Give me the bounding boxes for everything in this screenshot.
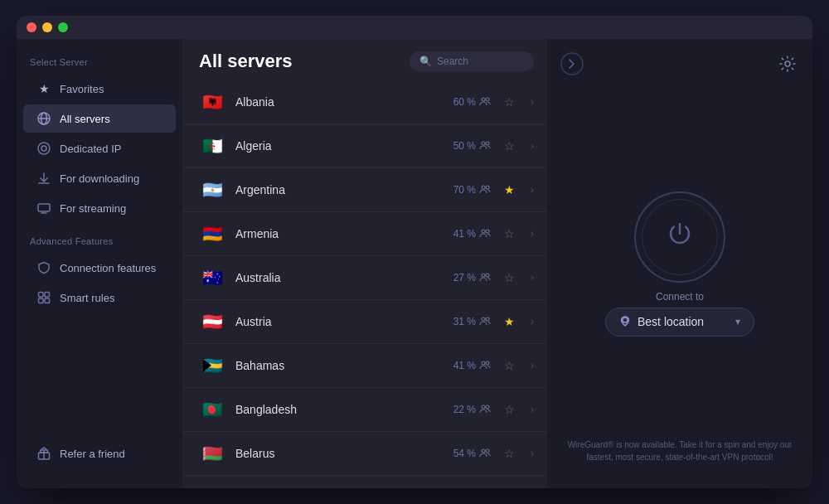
server-list-panel: All servers 🔍 🇦🇱 Albania 60 % — [182, 39, 547, 488]
server-row[interactable]: 🇧🇾 Belarus 54 % ☆ › — [182, 432, 547, 476]
favorite-star[interactable]: ★ — [501, 182, 517, 198]
country-name: Armenia — [235, 227, 444, 240]
sidebar-item-label: Refer a friend — [60, 448, 125, 460]
sidebar-item-dedicated-ip[interactable]: Dedicated IP — [23, 134, 176, 162]
favorite-star[interactable]: ☆ — [501, 225, 517, 242]
chevron-right-icon: › — [531, 184, 534, 196]
svg-rect-6 — [39, 293, 44, 298]
sidebar-item-label: For streaming — [60, 202, 126, 215]
sidebar-item-label: Smart rules — [60, 292, 114, 304]
svg-rect-7 — [45, 293, 50, 298]
right-panel: Connect to Best location ▾ WireGuard® is… — [547, 39, 812, 488]
users-icon — [479, 140, 491, 152]
flag-icon: 🇦🇱 — [199, 89, 225, 115]
server-load: 70 % — [453, 184, 491, 196]
location-selector[interactable]: Best location ▾ — [605, 308, 754, 337]
server-load: 60 % — [453, 96, 491, 108]
load-value: 41 % — [453, 360, 476, 371]
app-window: Select Server ★ Favorites All servers — [17, 16, 812, 488]
server-row[interactable]: 🇧🇸 Bahamas 41 % ☆ › — [182, 344, 547, 388]
title-bar — [17, 16, 812, 39]
streaming-icon — [36, 201, 51, 216]
sidebar-item-refer-friend[interactable]: Refer a friend — [23, 439, 176, 468]
svg-point-4 — [41, 146, 46, 151]
flag-icon: 🇧🇾 — [199, 440, 225, 467]
svg-point-13 — [486, 98, 489, 101]
location-selector-left: Best location — [619, 315, 704, 329]
users-icon — [479, 448, 491, 459]
sidebar-item-smart-rules[interactable]: Smart rules — [23, 284, 176, 312]
country-name: Austria — [235, 315, 444, 328]
close-button[interactable] — [27, 22, 36, 32]
flag-icon: 🇦🇹 — [199, 308, 225, 335]
search-input[interactable] — [437, 56, 524, 67]
sidebar-item-label: Dedicated IP — [60, 143, 121, 155]
svg-point-3 — [38, 143, 50, 154]
country-name: Australia — [235, 271, 444, 284]
sidebar-item-favorites[interactable]: ★ Favorites — [23, 75, 176, 103]
server-row[interactable]: 🇦🇲 Armenia 41 % ☆ › — [182, 212, 547, 256]
server-row[interactable]: 🇦🇷 Argentina 70 % ★ › — [182, 168, 547, 212]
sidebar: Select Server ★ Favorites All servers — [17, 39, 182, 488]
sidebar-item-all-servers[interactable]: All servers — [23, 104, 176, 133]
users-icon — [479, 96, 491, 108]
location-pin-icon — [619, 315, 631, 329]
server-row[interactable]: 🇦🇹 Austria 31 % ★ › — [182, 300, 547, 344]
favorite-star[interactable]: ☆ — [501, 269, 517, 286]
favorite-star[interactable]: ☆ — [501, 357, 517, 374]
flag-icon: 🇦🇺 — [199, 264, 225, 291]
sidebar-item-connection-features[interactable]: Connection features — [23, 254, 176, 282]
settings-icon[interactable] — [774, 51, 801, 77]
svg-point-19 — [486, 230, 489, 233]
smart-rules-icon — [36, 290, 51, 305]
server-list-title: All servers — [199, 51, 400, 72]
sidebar-item-label: Connection features — [60, 262, 156, 274]
minimize-button[interactable] — [42, 22, 52, 32]
sidebar-item-label: All servers — [60, 113, 110, 125]
chevron-right-icon: › — [531, 316, 534, 327]
server-load: 31 % — [453, 316, 491, 327]
svg-point-18 — [482, 230, 485, 233]
downloading-icon — [36, 171, 51, 186]
favorite-star[interactable]: ☆ — [501, 445, 517, 462]
wireguard-notice: WireGuard® is now available. Take it for… — [547, 439, 812, 463]
favorite-star[interactable]: ★ — [501, 313, 517, 330]
svg-point-17 — [486, 186, 489, 189]
load-value: 60 % — [453, 96, 476, 108]
server-list: 🇦🇱 Albania 60 % ☆ › 🇩🇿 Algeria 5 — [182, 80, 547, 488]
top-right-icons — [774, 51, 801, 77]
flag-icon: 🇧🇩 — [199, 396, 225, 423]
maximize-button[interactable] — [58, 22, 68, 32]
sidebar-item-for-streaming[interactable]: For streaming — [23, 194, 176, 222]
chevron-right-icon: › — [531, 228, 534, 240]
svg-rect-8 — [39, 298, 44, 303]
server-row[interactable]: 🇩🇿 Algeria 50 % ☆ › — [182, 124, 547, 168]
users-icon — [479, 184, 491, 196]
country-name: Argentina — [235, 183, 444, 196]
svg-point-29 — [486, 449, 489, 453]
power-ring[interactable] — [634, 191, 725, 283]
favorite-star[interactable]: ☆ — [501, 138, 517, 154]
users-icon — [479, 228, 491, 240]
svg-point-31 — [785, 61, 790, 66]
flag-icon: 🇧🇸 — [199, 352, 225, 379]
power-button-wrap — [634, 191, 725, 283]
server-load: 27 % — [453, 272, 491, 284]
server-load: 22 % — [453, 404, 491, 415]
country-name: Algeria — [235, 139, 444, 153]
sidebar-item-for-downloading[interactable]: For downloading — [23, 164, 176, 192]
svg-point-16 — [482, 186, 485, 189]
load-value: 27 % — [453, 272, 476, 284]
favorite-star[interactable]: ☆ — [501, 94, 517, 110]
server-row[interactable]: 🇧🇩 Bangladesh 22 % ☆ › — [182, 388, 547, 432]
favorite-star[interactable]: ☆ — [501, 401, 517, 418]
svg-rect-9 — [45, 298, 50, 303]
arrow-right-icon[interactable] — [559, 51, 585, 77]
server-load: 41 % — [453, 360, 491, 371]
power-icon[interactable] — [665, 219, 695, 254]
users-icon — [479, 272, 491, 284]
users-icon — [479, 360, 491, 371]
server-row[interactable]: 🇦🇱 Albania 60 % ☆ › — [182, 80, 547, 124]
server-row[interactable]: 🇦🇺 Australia 27 % ☆ › — [182, 256, 547, 300]
search-box[interactable]: 🔍 — [410, 51, 534, 71]
